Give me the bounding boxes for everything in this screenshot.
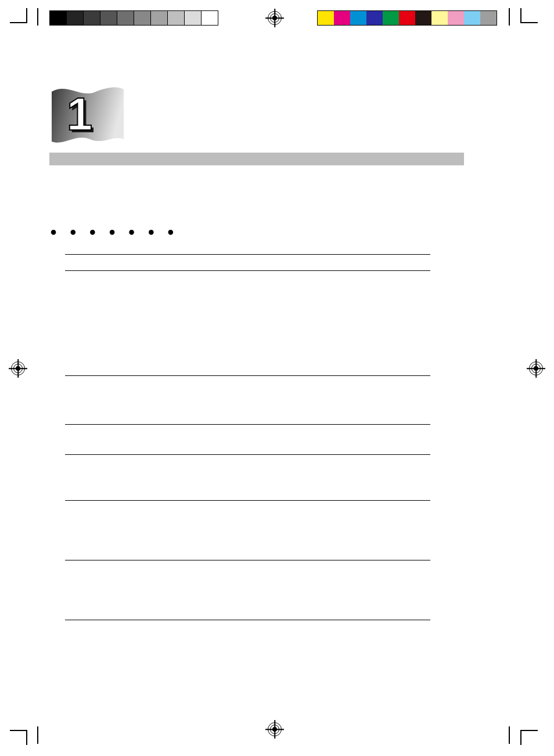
chapter-number: 1 — [67, 88, 93, 140]
color-swatch — [383, 11, 399, 25]
gray-swatch — [201, 11, 218, 25]
rule-line — [65, 620, 430, 620]
color-swatch — [415, 11, 431, 25]
registration-mark-left — [12, 362, 24, 375]
rule-line — [65, 270, 430, 271]
crop-mark-bl-inner — [33, 726, 38, 744]
registration-mark-bottom — [268, 723, 281, 736]
gray-swatch — [134, 11, 150, 25]
crop-mark-br-inner — [509, 726, 515, 744]
crop-mark-bl-outer — [10, 730, 27, 745]
gray-swatch — [150, 11, 167, 25]
color-calibration-bar — [317, 10, 497, 26]
color-swatch — [480, 11, 497, 25]
color-swatch — [464, 11, 480, 25]
crop-mark-tr-inner — [509, 8, 515, 26]
color-swatch — [350, 11, 366, 25]
gray-swatch — [83, 11, 100, 25]
rule-line — [65, 375, 430, 376]
print-page: 1 1 ● ● ● ● ● ● ● — [0, 0, 554, 756]
rule-line — [65, 500, 430, 501]
crop-mark-tl-outer — [10, 8, 27, 23]
chapter-flag-icon: 1 1 — [49, 81, 125, 148]
rule-line — [65, 454, 430, 455]
registration-mark-right — [530, 362, 542, 375]
gray-swatch — [167, 11, 184, 25]
grayscale-calibration-bar — [49, 10, 218, 26]
registration-mark-top — [268, 12, 281, 24]
color-swatch — [431, 11, 448, 25]
color-swatch — [448, 11, 464, 25]
crop-mark-tl-inner — [33, 8, 38, 26]
crop-mark-tr-outer — [520, 8, 538, 23]
gray-swatch — [50, 11, 66, 25]
gray-swatch — [100, 11, 117, 25]
chapter-title-bar — [49, 153, 464, 165]
rule-line — [65, 560, 430, 560]
gray-swatch — [66, 11, 83, 25]
gray-swatch — [184, 11, 201, 25]
gray-swatch — [117, 11, 134, 25]
rule-line — [65, 254, 430, 255]
color-swatch — [334, 11, 350, 25]
color-swatch — [366, 11, 383, 25]
color-swatch — [318, 11, 334, 25]
crop-mark-br-outer — [520, 730, 538, 745]
color-swatch — [399, 11, 415, 25]
section-dots: ● ● ● ● ● ● ● — [50, 226, 179, 237]
rule-line — [65, 424, 430, 425]
